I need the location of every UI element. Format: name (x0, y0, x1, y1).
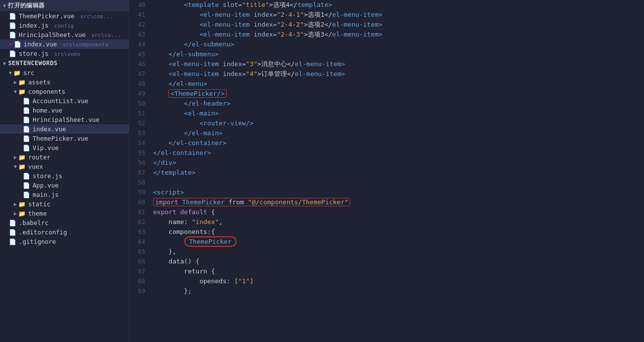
file-icon: 📄 (23, 107, 30, 114)
code-line-43: 43 <el-menu-item index="2-4-3">选项3</el-m… (129, 30, 644, 39)
folder-src[interactable]: ▼ 📁 src (0, 68, 129, 77)
line-number: 52 (129, 118, 150, 128)
open-file-index-config[interactable]: 📄 index.js config (0, 21, 129, 30)
line-content: </el-menu> (150, 79, 644, 89)
file-Vip[interactable]: 📄 Vip.vue (0, 143, 129, 152)
line-number: 43 (129, 30, 150, 39)
file-store2[interactable]: 📄 store.js (0, 171, 129, 181)
line-number: 55 (129, 148, 150, 158)
folder-theme[interactable]: ▶ 📁 theme (0, 209, 129, 218)
arrow-icon: ▼ (3, 3, 6, 8)
line-content: return { (150, 266, 644, 276)
code-line-51: 51 <el-main> (129, 109, 644, 118)
highlighted-themepicker: <ThemePicker/> (168, 89, 227, 98)
code-line-49: 49 <ThemePicker/> (129, 89, 644, 99)
file-home[interactable]: 📄 home.vue (0, 106, 129, 115)
file-label: store.js (33, 172, 62, 180)
line-content: </el-container> (150, 148, 644, 158)
file-App[interactable]: 📄 App.vue (0, 181, 129, 190)
code-line-60: 60 import ThemePicker from "@/components… (129, 197, 644, 207)
file-HrincipalSheet2[interactable]: 📄 HrincipalSheet.vue (0, 115, 129, 124)
folder-vuex[interactable]: ▼ 📁 vuex (0, 162, 129, 171)
line-content: components:{ (150, 227, 644, 237)
line-number: 56 (129, 158, 150, 168)
line-number: 57 (129, 168, 150, 178)
file-gitignore[interactable]: 📄 .gitignore (0, 237, 129, 246)
line-number: 59 (129, 188, 150, 197)
file-ThemePicker2[interactable]: 📄 ThemePicker.vue (0, 134, 129, 143)
file-main[interactable]: 📄 main.js (0, 190, 129, 199)
line-number: 47 (129, 69, 150, 79)
code-line-46: 46 <el-menu-item index="3">消息中心</el-menu… (129, 59, 644, 69)
file-icon: 📄 (23, 173, 30, 180)
file-label: main.js (33, 191, 59, 198)
folder-label: vuex (28, 163, 43, 170)
file-icon: 📄 (9, 22, 16, 29)
file-icon: 📄 (23, 145, 30, 152)
code-line-69: 69 }; (129, 286, 644, 296)
line-content: import ThemePicker from "@/components/Th… (150, 197, 644, 207)
code-line-41: 41 <el-menu-item index="2-4-1">选项1</el-m… (129, 10, 644, 20)
line-content: <el-main> (150, 109, 644, 118)
file-label: .gitignore (19, 238, 56, 245)
line-content: </el-main> (150, 128, 644, 138)
code-line-61: 61 export default { (129, 207, 644, 217)
line-number: 50 (129, 99, 150, 109)
folder-icon: 📁 (18, 210, 26, 217)
code-editor[interactable]: 40 <template slot="title">选项4</template>… (129, 0, 644, 342)
code-line-58: 58 (129, 178, 644, 188)
line-content: openeds: ["1"] (150, 276, 644, 286)
folder-assets[interactable]: ▶ 📁 assets (0, 77, 129, 87)
folder-arrow: ▶ (14, 79, 17, 85)
folder-label: router (28, 153, 50, 161)
folder-components[interactable]: ▼ 📁 components (0, 87, 129, 96)
line-number: 45 (129, 49, 150, 59)
file-label: home.vue (33, 107, 62, 114)
file-label: ThemePicker.vue src\com... (19, 12, 113, 20)
close-icon[interactable]: ✕ (9, 41, 12, 47)
open-file-index-active[interactable]: ✕ 📄 index.vue src\components (0, 39, 129, 49)
file-AccountList[interactable]: 📄 AccountList.vue (0, 96, 129, 106)
line-number: 63 (129, 227, 150, 237)
file-editorconfig[interactable]: 📄 .editorconfig (0, 228, 129, 237)
open-file-HrincipalSheet[interactable]: 📄 HrincipalSheet.vue src\co... (0, 30, 129, 39)
line-number: 54 (129, 138, 150, 148)
code-line-42: 42 <el-menu-item index="2-4-2">选项2</el-m… (129, 20, 644, 30)
open-file-ThemePicker[interactable]: 📄 ThemePicker.vue src\com... (0, 11, 129, 21)
folder-router[interactable]: ▶ 📁 router (0, 152, 129, 162)
line-number: 51 (129, 109, 150, 118)
line-number: 58 (129, 178, 150, 188)
file-icon: 📄 (9, 50, 16, 57)
open-file-store[interactable]: 📄 store.js src\vuex (0, 49, 129, 58)
folder-arrow: ▼ (14, 164, 17, 169)
sidebar: ▼ 打开的编辑器 📄 ThemePicker.vue src\com... 📄 … (0, 0, 129, 342)
line-content: </div> (150, 158, 644, 168)
line-number: 61 (129, 207, 150, 217)
folder-icon: 📁 (13, 70, 21, 76)
code-line-63: 63 components:{ (129, 227, 644, 237)
folder-icon: 📁 (18, 154, 26, 161)
file-icon: 📄 (14, 41, 21, 48)
file-icon: 📄 (23, 98, 30, 105)
file-icon: 📄 (9, 32, 16, 38)
code-line-45: 45 </el-submenu> (129, 49, 644, 59)
folder-label: theme (28, 210, 47, 217)
line-number: 48 (129, 79, 150, 89)
file-label: App.vue (33, 182, 59, 189)
file-babelrc[interactable]: 📄 .babelrc (0, 218, 129, 228)
file-index-comp[interactable]: 📄 index.vue (0, 124, 129, 134)
code-line-53: 53 </el-main> (129, 128, 644, 138)
arrow-icon: ▼ (3, 61, 6, 66)
sentencewords-header[interactable]: ▼ SENTENCEWORDS (0, 58, 129, 68)
code-line-54: 54 </el-container> (129, 138, 644, 148)
file-label: store.js src\vuex (19, 50, 80, 57)
line-content: <router-view/> (150, 118, 644, 128)
folder-static[interactable]: ▶ 📁 static (0, 199, 129, 209)
line-number: 40 (129, 0, 150, 10)
file-label: HrincipalSheet.vue src\co... (19, 31, 121, 38)
open-files-header[interactable]: ▼ 打开的编辑器 (0, 0, 129, 11)
line-content: <el-menu-item index="3">消息中心</el-menu-it… (150, 59, 644, 69)
code-line-64: 64 ThemePicker (129, 237, 644, 247)
folder-icon: 📁 (18, 79, 26, 86)
file-label: index.js config (19, 22, 74, 29)
